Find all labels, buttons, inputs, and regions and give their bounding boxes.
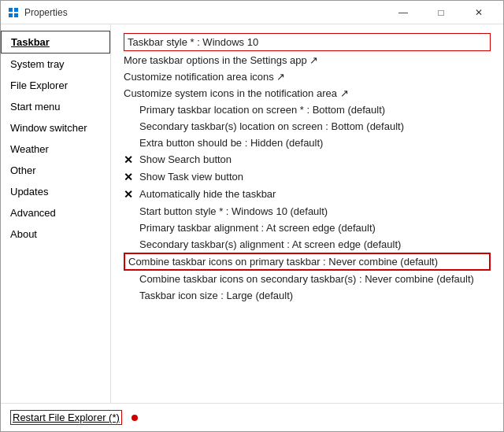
- setting-show-search: ✕Show Search button: [124, 151, 491, 168]
- setting-icon-size: Taskbar icon size : Large (default): [124, 287, 491, 304]
- setting-text: Show Task view button: [139, 171, 243, 183]
- setting-combine-secondary: Combine taskbar icons on secondary taskb…: [124, 271, 491, 287]
- setting-text: Customize notification area icons ↗: [124, 71, 285, 83]
- setting-text: Combine taskbar icons on secondary taskb…: [139, 273, 474, 285]
- sidebar-item-updates[interactable]: Updates: [1, 181, 110, 202]
- setting-secondary-alignment: Secondary taskbar(s) alignment : At scre…: [124, 236, 491, 253]
- setting-text: Extra button should be : Hidden (default…: [139, 137, 323, 149]
- setting-text: Automatically hide the taskbar: [139, 188, 276, 200]
- status-indicator: [132, 415, 138, 421]
- setting-text: Customize system icons in the notificati…: [124, 87, 349, 99]
- setting-text: Taskbar icon size : Large (default): [139, 290, 293, 301]
- setting-text: Primary taskbar alignment : At screen ed…: [139, 222, 376, 234]
- window-controls: — □ ✕: [385, 4, 497, 21]
- window-content: TaskbarSystem trayFile ExplorerStart men…: [1, 24, 503, 403]
- maximize-button[interactable]: □: [423, 4, 459, 21]
- sidebar-item-other[interactable]: Other: [1, 160, 110, 181]
- setting-more-options: More taskbar options in the Settings app…: [124, 52, 491, 68]
- setting-extra-button: Extra button should be : Hidden (default…: [124, 135, 491, 151]
- footer: Restart File Explorer (*): [1, 403, 503, 431]
- main-panel: Taskbar style * : Windows 10More taskbar…: [111, 24, 503, 403]
- setting-auto-hide: ✕Automatically hide the taskbar: [124, 186, 491, 203]
- sidebar-item-weather[interactable]: Weather: [1, 138, 110, 160]
- setting-text: Secondary taskbar(s) location on screen …: [139, 120, 404, 132]
- close-button[interactable]: ✕: [461, 4, 497, 21]
- setting-text: More taskbar options in the Settings app…: [124, 54, 318, 66]
- setting-primary-alignment: Primary taskbar alignment : At screen ed…: [124, 220, 491, 236]
- x-mark-icon: ✕: [124, 188, 138, 201]
- setting-customize-notif: Customize notification area icons ↗: [124, 68, 491, 85]
- svg-rect-2: [9, 13, 13, 17]
- title-bar: Properties — □ ✕: [1, 1, 503, 24]
- setting-show-task-view: ✕Show Task view button: [124, 168, 491, 186]
- window-icon: [7, 6, 20, 19]
- setting-combine-primary: Combine taskbar icons on primary taskbar…: [124, 253, 491, 271]
- setting-text: Start button style * : Windows 10 (defau…: [139, 205, 328, 217]
- properties-window: Properties — □ ✕ TaskbarSystem trayFile …: [0, 0, 504, 432]
- x-mark-icon: ✕: [124, 171, 138, 183]
- svg-rect-1: [14, 8, 18, 12]
- sidebar-item-taskbar[interactable]: Taskbar: [1, 31, 110, 54]
- setting-start-btn-style: Start button style * : Windows 10 (defau…: [124, 203, 491, 220]
- svg-rect-0: [9, 8, 13, 12]
- sidebar-item-window-switcher[interactable]: Window switcher: [1, 117, 110, 138]
- restart-explorer-link[interactable]: Restart File Explorer (*): [10, 410, 122, 425]
- setting-customize-sys: Customize system icons in the notificati…: [124, 85, 491, 102]
- setting-text: Secondary taskbar(s) alignment : At scre…: [139, 238, 401, 250]
- setting-primary-location: Primary taskbar location on screen * : B…: [124, 102, 491, 118]
- minimize-button[interactable]: —: [385, 4, 421, 21]
- setting-text: Primary taskbar location on screen * : B…: [139, 104, 385, 116]
- setting-secondary-location: Secondary taskbar(s) location on screen …: [124, 118, 491, 135]
- setting-text: Combine taskbar icons on primary taskbar…: [128, 256, 438, 268]
- setting-text: Show Search button: [139, 153, 232, 165]
- sidebar-item-about[interactable]: About: [1, 223, 110, 245]
- sidebar-item-file-explorer[interactable]: File Explorer: [1, 75, 110, 96]
- svg-rect-3: [14, 13, 18, 17]
- sidebar-item-start-menu[interactable]: Start menu: [1, 96, 110, 117]
- window-title: Properties: [24, 7, 385, 18]
- sidebar-item-system-tray[interactable]: System tray: [1, 54, 110, 75]
- sidebar-item-advanced[interactable]: Advanced: [1, 202, 110, 223]
- x-mark-icon: ✕: [124, 153, 138, 166]
- setting-text: Taskbar style * : Windows 10: [128, 36, 258, 48]
- setting-taskbar-style: Taskbar style * : Windows 10: [124, 33, 491, 51]
- sidebar: TaskbarSystem trayFile ExplorerStart men…: [1, 24, 111, 403]
